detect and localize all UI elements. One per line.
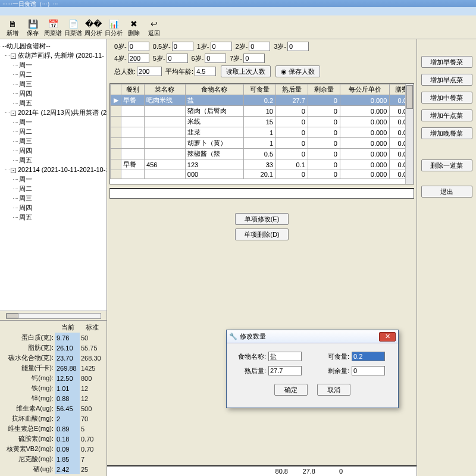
tree-toggle-icon[interactable]: - [11, 168, 16, 173]
grid-header[interactable]: 每公斤单价 [340, 84, 390, 95]
tree-leaf[interactable]: 周二 [19, 70, 105, 79]
lbl-total: 总人数: [114, 67, 136, 76]
nutri-hdr-cur: 当前 [55, 322, 80, 333]
inp-total[interactable] [137, 67, 162, 76]
tree-leaf[interactable]: 周四 [19, 89, 105, 98]
row-selector[interactable] [111, 149, 121, 159]
table-row[interactable]: 胡萝卜（黄）1000.0000.00 [111, 138, 414, 149]
menubar[interactable] [0, 7, 476, 15]
inp-age4[interactable] [128, 54, 149, 63]
modify-qty-dialog: 🔧 修改数量 ✕ 食物名称: 可食量: 熟后量: 剩余量: [226, 330, 399, 408]
tree-leaf[interactable]: 周三 [19, 79, 105, 89]
new-btn[interactable]: 🗎新增 [2, 18, 23, 37]
inp-age7[interactable] [243, 54, 265, 63]
row-selector[interactable] [111, 159, 121, 170]
dlg-inp-cooked[interactable] [268, 366, 302, 375]
row-selector[interactable] [111, 138, 121, 149]
menu-tree[interactable]: --幼儿园食谱树---依葫芦画粰, 先新增 (2020-11-周一周二周三周四周… [0, 39, 107, 311]
dlg-lbl-cooked: 熟后量: [233, 367, 266, 375]
table-row[interactable]: 早餐456123330.100.0000.00 [111, 159, 414, 170]
tree-toggle-icon[interactable]: - [11, 111, 16, 116]
btn-item-delete[interactable]: 单项删除(D) [235, 228, 289, 240]
tree-leaf[interactable]: 周四 [19, 146, 105, 155]
back-btn-label: 返回 [148, 29, 160, 37]
row-selector[interactable] [111, 117, 121, 127]
grid-vscroll[interactable] [405, 84, 414, 184]
dlg-inp-edible[interactable] [352, 352, 385, 361]
tree-leaf[interactable]: 周三 [19, 193, 105, 203]
inp-age5[interactable] [167, 54, 188, 63]
weekmenu-btn[interactable]: 📅周菜谱 [43, 18, 63, 37]
row-selector[interactable] [111, 170, 121, 179]
tree-leaf[interactable]: 周二 [19, 127, 105, 136]
dlg-cancel-button[interactable]: 取消 [317, 384, 350, 396]
grid-header[interactable]: 菜名称 [145, 84, 186, 95]
lbl-age0: 0岁- [114, 42, 127, 51]
weekanalysis-btn[interactable]: ��周分析 [83, 18, 104, 37]
daymenu-btn[interactable]: 📄日菜谱 [63, 18, 83, 37]
tree-leaf[interactable]: 周一 [19, 60, 105, 70]
inp-age6[interactable] [205, 54, 226, 63]
btn-item-edit[interactable]: 单项修改(E) [235, 213, 289, 225]
right-sidebar: 增加早餐菜 增加早点菜 增加中餐菜 增加午点菜 增加晚餐菜 删除一道菜 退出 [416, 39, 476, 476]
inp-age1[interactable] [211, 42, 232, 51]
grid-header[interactable]: 熟后量 [276, 84, 308, 95]
grid-header[interactable]: 餐别 [121, 84, 145, 95]
dlg-lbl-left: 剩余量: [316, 367, 349, 375]
table-row[interactable]: 辣椒酱（辣0.5000.0000.00 [111, 149, 414, 159]
tree-leaf[interactable]: 周五 [19, 212, 105, 222]
tree-node[interactable]: -202114 (2021-10-11-2021-10-1周一周二周三周四周五 [11, 165, 105, 222]
tree-leaf[interactable]: 周一 [19, 117, 105, 127]
table-row[interactable]: 米线15000.0000.00 [111, 117, 414, 127]
inp-age05[interactable] [172, 42, 193, 51]
tree-leaf[interactable]: 周五 [19, 98, 105, 108]
nutri-row: 核黄素VB2(mg):0.090.70 [2, 444, 105, 454]
tree-node[interactable]: -2021年 (12周13周)共用菜谱 (20周一周二周三周四周五 [11, 108, 105, 165]
dayanalysis-btn[interactable]: 📊日分析 [104, 18, 124, 37]
back-btn[interactable]: ↩返回 [144, 18, 164, 37]
btn-add-dinner[interactable]: 增加晚餐菜 [421, 127, 472, 139]
tree-leaf[interactable]: 周二 [19, 184, 105, 193]
btn-read-last[interactable]: 读取上次人数 [221, 65, 271, 77]
dialog-icon: 🔧 [229, 333, 237, 340]
save-btn[interactable]: 💾保存 [23, 18, 43, 37]
row-selector[interactable] [111, 127, 121, 138]
grid-header[interactable]: 剩余量 [308, 84, 340, 95]
inp-age2[interactable] [249, 42, 270, 51]
dlg-ok-button[interactable]: 确定 [274, 384, 308, 396]
table-row[interactable]: ▶早餐吧肉米线盐0.227.700.0000.00 [111, 95, 414, 106]
grid-footer: 80.8 27.8 0 [107, 465, 416, 476]
inp-avg[interactable] [195, 67, 216, 76]
btn-add-lunch[interactable]: 增加中餐菜 [421, 92, 472, 104]
food-grid[interactable]: 餐别菜名称食物名称可食量熟后量剩余量每公斤单价膳费▶早餐吧肉米线盐0.227.7… [110, 84, 414, 179]
nutri-row: 碳水化合物(克):23.70268.30 [2, 353, 105, 363]
btn-add-breakfast[interactable]: 增加早餐菜 [421, 56, 472, 68]
dlg-inp-name[interactable] [268, 352, 302, 361]
tree-leaf[interactable]: 周一 [19, 174, 105, 184]
tree-hscroll[interactable] [0, 311, 107, 320]
tree-node[interactable]: -依葫芦画粰, 先新增 (2020-11-周一周二周三周四周五 [11, 51, 105, 108]
btn-save-count[interactable]: ◉ 保存人数 [275, 65, 320, 77]
tree-leaf[interactable]: 周三 [19, 136, 105, 146]
btn-add-afternoon-snack[interactable]: 增加午点菜 [421, 109, 472, 121]
grid-header[interactable]: 食物名称 [185, 84, 243, 95]
tree-leaf[interactable]: 周四 [19, 203, 105, 212]
table-row[interactable]: 猪肉（后臀肉10000.0000.00 [111, 106, 414, 117]
dialog-close-button[interactable]: ✕ [379, 332, 396, 342]
delete-btn[interactable]: ✖删除 [124, 18, 144, 37]
table-row[interactable]: 00020.1000.0000.00 [111, 170, 414, 179]
row-selector[interactable]: ▶ [111, 95, 121, 106]
row-selector[interactable] [111, 106, 121, 117]
table-row[interactable]: 韭菜1000.0000.00 [111, 127, 414, 138]
grid-header[interactable]: 可食量 [244, 84, 276, 95]
tree-toggle-icon[interactable]: - [11, 54, 16, 59]
dlg-inp-left[interactable] [352, 366, 385, 375]
btn-add-morning-snack[interactable]: 增加早点菜 [421, 74, 472, 86]
tree-leaf[interactable]: 周五 [19, 155, 105, 165]
btn-exit[interactable]: 退出 [421, 186, 472, 198]
inp-age0[interactable] [128, 42, 149, 51]
new-btn-icon: 🗎 [7, 18, 18, 29]
btn-delete-dish[interactable]: 删除一道菜 [421, 159, 472, 171]
inp-age3[interactable] [287, 42, 309, 51]
tree-root-node[interactable]: --幼儿园食谱树---依葫芦画粰, 先新增 (2020-11-周一周二周三周四周… [2, 41, 105, 222]
